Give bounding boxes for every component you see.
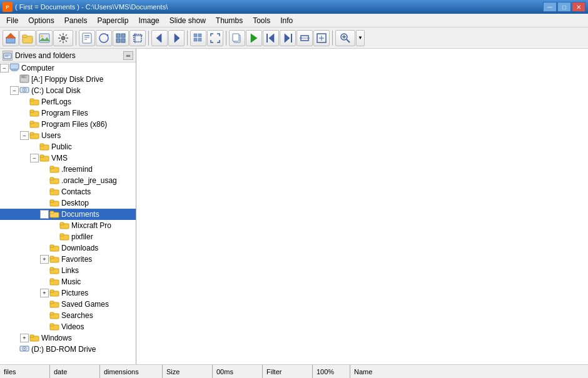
- tree-node-videos[interactable]: Videos: [0, 321, 136, 332]
- tree-node-users[interactable]: −Users: [0, 130, 136, 141]
- app-icon: P: [3, 2, 13, 12]
- toolbar-zoom-btn[interactable]: [335, 30, 355, 46]
- tree-node-bd-rom[interactable]: (D:) BD-ROM Drive: [0, 344, 136, 355]
- toolbar-stretch-btn[interactable]: [313, 30, 330, 46]
- folder-icon-perflogs: [29, 97, 39, 107]
- toolbar-refresh-btn[interactable]: [96, 30, 112, 46]
- svg-rect-0: [6, 37, 15, 43]
- menu-image[interactable]: Image: [133, 14, 164, 27]
- toolbar-image-btn[interactable]: [36, 30, 53, 46]
- menu-thumbs[interactable]: Thumbs: [211, 14, 248, 27]
- expand-btn-empty-public: [30, 142, 39, 151]
- toolbar-slideshow-next-btn[interactable]: [280, 30, 296, 46]
- tree-label-windows: Windows: [41, 334, 72, 342]
- toolbar-zoom-dropdown-btn[interactable]: ▼: [356, 30, 365, 46]
- status-dimensions: dimensions: [100, 365, 163, 378]
- expand-btn-vms[interactable]: −: [30, 154, 39, 162]
- tree-node-local-disk[interactable]: −(C:) Local Disk: [0, 85, 136, 96]
- panel-toggle-btn[interactable]: ═: [123, 51, 133, 60]
- tree-node-music[interactable]: Music: [0, 276, 136, 287]
- tree-node-downloads[interactable]: Downloads: [0, 242, 136, 254]
- menu-panels[interactable]: Panels: [59, 14, 93, 27]
- tree-node-windows[interactable]: +Windows: [0, 332, 136, 344]
- expand-btn-windows[interactable]: +: [20, 334, 29, 342]
- status-files: files: [0, 365, 50, 378]
- tree-node-computer[interactable]: −Computer: [0, 62, 136, 74]
- tree-label-links: Links: [61, 266, 79, 275]
- expand-btn-local-disk[interactable]: −: [10, 86, 19, 95]
- tree-node-vms[interactable]: −VMS: [0, 152, 136, 164]
- expand-btn-empty-downloads: [40, 244, 49, 252]
- tree-node-freemind[interactable]: .freemind: [0, 164, 136, 175]
- maximize-button[interactable]: □: [557, 2, 571, 12]
- expand-btn-empty-program-files-x86: [20, 120, 29, 129]
- status-time: 00ms: [213, 365, 263, 378]
- expand-btn-computer[interactable]: −: [0, 64, 9, 72]
- svg-marker-19: [156, 34, 161, 42]
- expand-btn-pictures[interactable]: +: [40, 289, 49, 297]
- toolbar-grid-btn[interactable]: [190, 30, 206, 46]
- tree-label-desktop: Desktop: [61, 199, 89, 207]
- svg-rect-96: [30, 335, 34, 337]
- svg-rect-82: [50, 256, 54, 259]
- expand-btn-favorites[interactable]: +: [40, 255, 49, 264]
- tree-node-pictures[interactable]: +Pictures: [0, 287, 136, 299]
- tree-node-links[interactable]: Links: [0, 265, 136, 276]
- toolbar-next-btn[interactable]: [168, 30, 185, 46]
- folder-icon-vms: [39, 153, 49, 164]
- file-tree[interactable]: −Computer[A:] Floppy Disk Drive−(C:) Loc…: [0, 62, 136, 364]
- tree-node-oracle[interactable]: .oracle_jre_usag: [0, 175, 136, 186]
- toolbar-back-btn[interactable]: [151, 30, 168, 46]
- toolbar-copy-btn[interactable]: [229, 30, 245, 46]
- expand-btn-empty-links: [40, 266, 49, 275]
- expand-btn-users[interactable]: −: [20, 131, 29, 140]
- minimize-button[interactable]: ─: [543, 2, 557, 12]
- tree-label-floppy: [A:] Floppy Disk Drive: [31, 75, 103, 84]
- toolbar-crop-btn[interactable]: [129, 30, 146, 46]
- toolbar-fullscreen-btn[interactable]: [207, 30, 223, 46]
- toolbar-folder-btn[interactable]: [19, 30, 36, 46]
- menu-slideshow[interactable]: Slide show: [165, 14, 211, 27]
- svg-rect-86: [50, 279, 54, 281]
- svg-rect-26: [233, 34, 239, 41]
- toolbar-slideshow-prev-btn[interactable]: [263, 30, 279, 46]
- svg-line-38: [347, 39, 350, 42]
- svg-rect-56: [30, 110, 34, 112]
- tree-node-saved-games[interactable]: Saved Games: [0, 299, 136, 310]
- toolbar-fit-btn[interactable]: [297, 30, 313, 46]
- tree-label-contacts: Contacts: [61, 187, 91, 196]
- menu-paperclip[interactable]: Paperclip: [92, 14, 133, 27]
- svg-rect-90: [50, 301, 54, 304]
- tree-node-contacts[interactable]: Contacts: [0, 186, 136, 197]
- menu-file[interactable]: File: [1, 14, 23, 27]
- tree-node-program-files[interactable]: Program Files: [0, 107, 136, 119]
- tree-node-desktop[interactable]: Desktop: [0, 197, 136, 209]
- svg-point-5: [41, 35, 43, 37]
- tree-node-perflogs[interactable]: PerfLogs: [0, 96, 136, 107]
- tree-node-floppy[interactable]: [A:] Floppy Disk Drive: [0, 74, 136, 85]
- svg-marker-30: [285, 34, 290, 42]
- tree-label-local-disk: (C:) Local Disk: [31, 86, 81, 95]
- svg-rect-58: [30, 121, 34, 124]
- toolbar-info-btn[interactable]: [79, 30, 95, 46]
- tree-node-public[interactable]: Public: [0, 141, 136, 152]
- tree-node-mixcraft[interactable]: Mixcraft Pro: [0, 220, 136, 231]
- tree-node-favorites[interactable]: +Favorites: [0, 254, 136, 265]
- menu-options[interactable]: Options: [23, 14, 59, 27]
- folder-icon-videos: [49, 322, 59, 332]
- close-button[interactable]: ✕: [572, 2, 585, 12]
- menu-info[interactable]: Info: [275, 14, 298, 27]
- expand-btn-documents[interactable]: −: [40, 210, 49, 219]
- menu-bar: File Options Panels Paperclip Image Slid…: [0, 14, 588, 27]
- tree-node-pixfiler[interactable]: pixfiler: [0, 231, 136, 242]
- status-date: date: [50, 365, 100, 378]
- tree-node-searches[interactable]: Searches: [0, 310, 136, 321]
- tree-node-documents[interactable]: −Documents: [0, 209, 136, 220]
- tree-node-program-files-x86[interactable]: Program Files (x86): [0, 119, 136, 130]
- toolbar-play-btn[interactable]: [246, 30, 262, 46]
- menu-tools[interactable]: Tools: [248, 14, 275, 27]
- svg-marker-27: [251, 34, 257, 42]
- toolbar-home-btn[interactable]: [3, 30, 19, 46]
- toolbar-settings-btn[interactable]: [53, 30, 73, 46]
- toolbar-resize-btn[interactable]: [113, 30, 129, 46]
